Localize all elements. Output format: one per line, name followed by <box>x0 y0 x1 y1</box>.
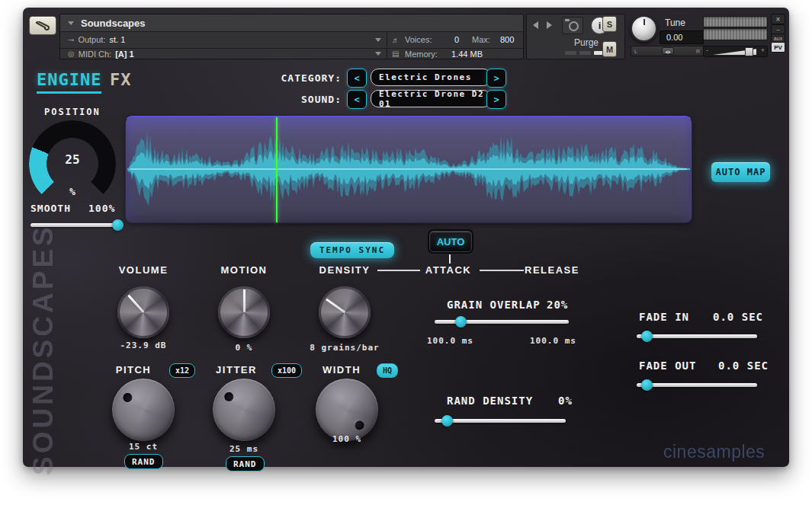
solo-button[interactable]: S <box>602 16 617 32</box>
width-value: 100 % <box>309 434 385 444</box>
density-attack-line <box>377 270 420 271</box>
position-value: 25 <box>29 152 116 167</box>
fade-out-thumb[interactable] <box>641 379 653 391</box>
smooth-value: 100% <box>88 203 115 214</box>
fade-out-slider[interactable] <box>637 379 757 391</box>
fade-in-thumb[interactable] <box>641 331 653 342</box>
output-dropdown-icon[interactable] <box>375 38 381 42</box>
grain-overlap-thumb[interactable] <box>455 316 467 328</box>
rand-density-slider[interactable] <box>435 415 566 427</box>
status-bar-2 <box>579 51 591 55</box>
jitter-range-badge[interactable]: x100 <box>271 363 302 378</box>
position-label: POSITION <box>44 107 101 117</box>
memory-icon: ▤ <box>392 50 399 58</box>
pitch-knob[interactable] <box>112 379 175 441</box>
instrument-title-row[interactable]: Soundscapes <box>60 14 523 32</box>
category-label: CATEGORY: <box>250 72 342 84</box>
pv-button[interactable]: PV <box>771 42 785 53</box>
grain-overlap-label: GRAIN OVERLAP <box>447 299 541 311</box>
voices-value: 0 <box>454 35 459 44</box>
attack-release-line <box>480 270 524 271</box>
motion-knob[interactable] <box>218 286 270 338</box>
volume-value: -23.9 dB <box>105 340 181 350</box>
category-field[interactable]: Electric Drones <box>371 69 491 86</box>
waveform-display[interactable] <box>125 116 692 223</box>
fade-out-label: FADE OUT <box>639 360 696 372</box>
density-knob-label: DENSITY <box>303 264 387 276</box>
snapshot-camera-button[interactable] <box>562 17 583 34</box>
grain-overlap-value: 20% <box>547 299 568 311</box>
fade-in-label: FADE IN <box>639 311 689 323</box>
pan-slider[interactable]: L ◂|▸ R <box>631 46 704 56</box>
smooth-label: SMOOTH <box>30 203 71 214</box>
instrument-title: Soundscapes <box>81 18 146 29</box>
midi-value[interactable]: [A] 1 <box>115 50 133 59</box>
wrench-edit-button[interactable] <box>29 16 56 35</box>
purge-menu[interactable]: Purge <box>574 37 599 48</box>
midi-dropdown-icon[interactable] <box>375 52 381 56</box>
memory-value: 1.44 MB <box>451 50 483 59</box>
density-knob[interactable] <box>319 286 371 338</box>
volume-slider[interactable]: - + <box>703 46 768 57</box>
cinesamples-logo: cinesamples <box>663 442 765 462</box>
sound-prev-button[interactable]: < <box>347 90 367 109</box>
rand-density-thumb[interactable] <box>441 415 453 427</box>
collapse-arrow-icon[interactable] <box>68 21 74 25</box>
tab-fx[interactable]: FX <box>110 70 132 89</box>
midi-row[interactable]: ◎ MIDI Ch: [A] 1 ▤ Memory: 1.44 MB <box>60 48 523 59</box>
playhead <box>276 117 278 222</box>
voices-icon: ♬ <box>392 36 400 44</box>
pitch-rand-button[interactable]: RAND <box>124 454 163 469</box>
next-instrument-icon[interactable] <box>547 21 552 29</box>
status-bar-1 <box>565 51 576 55</box>
density-value: 8 grains/bar <box>307 343 383 353</box>
output-row[interactable]: ⊸ Output: st. 1 ♬ Voices: 0 Max: 800 <box>60 32 523 47</box>
wrench-icon <box>35 21 50 30</box>
mute-button[interactable]: M <box>602 41 617 57</box>
width-knob[interactable] <box>316 379 378 441</box>
sound-field[interactable]: Electric Drone D2 01 <box>371 90 491 107</box>
auto-attack-button[interactable]: AUTO <box>429 231 472 252</box>
close-button[interactable]: × <box>771 14 785 24</box>
volume-minus-label: - <box>706 46 708 54</box>
waveform-graphic <box>127 119 690 219</box>
tab-engine[interactable]: ENGINE <box>37 70 101 94</box>
auto-map-button[interactable]: AUTO MAP <box>711 162 770 182</box>
jitter-rand-button[interactable]: RAND <box>226 456 265 471</box>
tune-knob[interactable] <box>631 15 657 42</box>
pitch-value: 15 ct <box>105 442 181 452</box>
volume-knob[interactable] <box>117 286 169 338</box>
volume-plus-label: + <box>761 46 765 54</box>
tune-value[interactable]: 0.00 <box>660 30 704 44</box>
fade-in-value: 0.0 SEC <box>713 311 763 323</box>
camera-icon <box>565 19 570 21</box>
category-next-button[interactable]: > <box>486 69 506 88</box>
pan-handle[interactable]: ◂|▸ <box>662 47 674 55</box>
output-label: Output: <box>78 35 105 44</box>
instrument-window: Soundscapes ⊸ Output: st. 1 ♬ Voices: 0 … <box>23 8 789 467</box>
max-label: Max: <box>472 35 490 44</box>
midi-icon: ◎ <box>68 50 75 58</box>
instrument-header-box: Soundscapes ⊸ Output: st. 1 ♬ Voices: 0 … <box>59 14 524 59</box>
fade-in-slider[interactable] <box>637 331 757 342</box>
sound-next-button[interactable]: > <box>486 90 506 109</box>
volume-handle[interactable] <box>745 47 753 56</box>
pan-right-label: R <box>696 49 700 54</box>
output-jack-icon: ⊸ <box>68 36 74 44</box>
motion-value: 0 % <box>206 343 282 353</box>
grain-overlap-slider[interactable] <box>435 316 569 328</box>
jitter-knob[interactable] <box>213 379 275 441</box>
motion-knob-label: MOTION <box>202 264 286 276</box>
output-value[interactable]: st. 1 <box>109 35 125 44</box>
width-hq-badge[interactable]: HQ <box>377 363 398 378</box>
smooth-slider-thumb[interactable] <box>112 219 124 231</box>
tempo-sync-button[interactable]: TEMPO SYNC <box>310 242 394 258</box>
level-meter-right <box>703 28 768 40</box>
sound-label: SOUND: <box>250 94 342 105</box>
prev-instrument-icon[interactable] <box>533 21 538 29</box>
soundscapes-side-text: SOUNDSCAPES <box>27 250 59 475</box>
memory-label: Memory: <box>405 50 438 59</box>
pitch-range-badge[interactable]: x12 <box>169 363 195 378</box>
fade-out-value: 0.0 SEC <box>718 360 769 372</box>
category-prev-button[interactable]: < <box>347 69 367 88</box>
